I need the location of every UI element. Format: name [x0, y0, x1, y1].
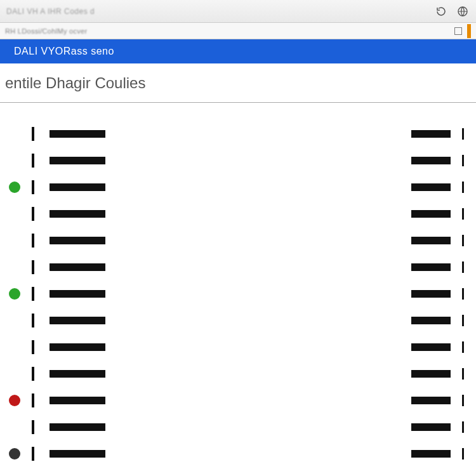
row-tick-icon [32, 420, 38, 434]
list-row-right[interactable] [410, 147, 467, 174]
list-row-right[interactable] [410, 254, 467, 281]
list-row[interactable] [9, 307, 110, 334]
row-bar [411, 370, 451, 378]
row-bar [50, 157, 105, 164]
list-row-right[interactable] [410, 281, 467, 307]
row-bar [50, 237, 105, 244]
list-row[interactable] [9, 174, 110, 201]
status-dot-gray [9, 448, 20, 459]
row-bar [411, 397, 451, 404]
page-heading-row: entile Dhagir Coulies [0, 63, 476, 103]
list-row[interactable] [9, 121, 110, 147]
row-tick-icon [462, 182, 467, 193]
row-tick-icon [462, 128, 467, 140]
row-bar [50, 263, 105, 271]
list-row[interactable] [9, 227, 110, 254]
row-tick-icon [462, 341, 467, 353]
row-tick-icon [32, 207, 38, 221]
list-row-right[interactable] [410, 227, 467, 254]
row-tick-icon [462, 261, 467, 273]
list-row[interactable] [9, 201, 110, 227]
row-bar [411, 210, 451, 218]
toolbar-text: DALI VH A IHR Codes d [6, 7, 95, 16]
list-row[interactable] [9, 360, 110, 387]
list-row[interactable] [9, 281, 110, 307]
list-row-right[interactable] [410, 414, 467, 440]
list-row-right[interactable] [410, 174, 467, 201]
list-row-right[interactable] [410, 121, 467, 147]
list-row[interactable] [9, 334, 110, 360]
row-bar [411, 290, 451, 298]
row-bar [411, 450, 451, 458]
row-bar [50, 210, 105, 218]
row-tick-icon [462, 315, 467, 326]
status-dot-green [9, 182, 20, 193]
page-heading: entile Dhagir Coulies [5, 74, 145, 92]
row-tick-icon [32, 393, 38, 407]
list-row[interactable] [9, 254, 110, 281]
row-bar [411, 130, 451, 138]
list-row[interactable] [9, 387, 110, 414]
row-tick-icon [32, 287, 38, 301]
row-bar [50, 397, 105, 404]
row-tick-icon [462, 288, 467, 300]
row-bar [411, 263, 451, 271]
address-path[interactable]: RH LDossi/CohlMy ocver [5, 27, 449, 35]
row-bar [50, 290, 105, 298]
row-bar [50, 183, 105, 191]
list-row-right[interactable] [410, 307, 467, 334]
row-bar [50, 130, 105, 138]
list-row-right[interactable] [410, 360, 467, 387]
status-dot-red [9, 395, 20, 406]
app-header-bar: DALI VYORass seno [0, 39, 476, 63]
row-bar [50, 343, 105, 351]
list-row-right[interactable] [410, 201, 467, 227]
row-tick-icon [462, 235, 467, 246]
browser-toolbar: DALI VH A IHR Codes d [0, 0, 476, 23]
row-tick-icon [462, 208, 467, 220]
row-bar [411, 183, 451, 191]
globe-icon[interactable] [456, 4, 470, 18]
orange-indicator [467, 24, 471, 38]
row-bar [50, 423, 105, 431]
status-dot-empty [9, 155, 20, 166]
left-column [9, 121, 110, 467]
row-bar [411, 237, 451, 244]
row-tick-icon [32, 447, 38, 461]
address-bar: RH LDossi/CohlMy ocver [0, 23, 476, 39]
row-bar [50, 317, 105, 324]
row-tick-icon [462, 448, 467, 459]
status-dot-empty [9, 128, 20, 140]
row-tick-icon [32, 234, 38, 248]
row-tick-icon [32, 260, 38, 274]
row-bar [50, 450, 105, 458]
status-dot-empty [9, 421, 20, 433]
row-bar [411, 157, 451, 164]
list-row-right[interactable] [410, 387, 467, 414]
list-row-right[interactable] [410, 334, 467, 360]
status-dot-empty [9, 315, 20, 326]
status-dot-green [9, 288, 20, 300]
row-tick-icon [462, 368, 467, 380]
list-row-right[interactable] [410, 440, 467, 467]
bookmark-icon[interactable] [454, 27, 462, 35]
list-row[interactable] [9, 440, 110, 467]
refresh-icon[interactable] [434, 4, 448, 18]
row-tick-icon [32, 154, 38, 168]
status-dot-empty [9, 368, 20, 380]
row-tick-icon [462, 421, 467, 433]
row-bar [411, 317, 451, 324]
row-tick-icon [462, 155, 467, 166]
status-dot-empty [9, 208, 20, 220]
row-tick-icon [32, 340, 38, 354]
row-bar [411, 343, 451, 351]
status-dot-empty [9, 235, 20, 246]
app-title: DALI VYORass seno [14, 46, 114, 57]
status-dot-empty [9, 261, 20, 273]
content-area [0, 103, 476, 476]
list-row[interactable] [9, 147, 110, 174]
right-column [410, 121, 467, 467]
list-row[interactable] [9, 414, 110, 440]
row-bar [50, 370, 105, 378]
row-tick-icon [32, 180, 38, 194]
